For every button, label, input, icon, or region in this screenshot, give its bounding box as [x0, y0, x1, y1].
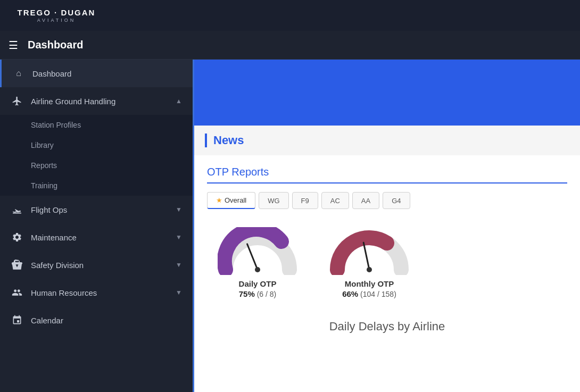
sidebar-item-reports[interactable]: Reports — [0, 155, 193, 176]
otp-title: OTP Reports — [207, 166, 567, 184]
logo-main: TREGO · DUGAN — [18, 8, 96, 17]
sidebar-item-calendar[interactable]: Calendar — [0, 306, 193, 334]
svg-line-0 — [247, 244, 258, 270]
sidebar-item-library[interactable]: Library — [0, 135, 193, 155]
top-bar: TREGO · DUGAN AVIATION — [0, 0, 580, 31]
logo: TREGO · DUGAN AVIATION — [9, 8, 104, 23]
header-bar: ☰ Dashboard — [0, 31, 580, 60]
star-icon: ★ — [216, 196, 222, 204]
calendar-icon — [11, 314, 23, 327]
blue-banner: News — [194, 60, 580, 155]
sidebar-item-training[interactable]: Training — [0, 176, 193, 196]
home-icon: ⌂ — [12, 67, 25, 80]
tab-wg[interactable]: WG — [259, 192, 288, 209]
svg-point-3 — [367, 267, 372, 272]
sidebar-item-dashboard[interactable]: ⌂ Dashboard — [0, 60, 193, 87]
maintenance-icon — [11, 231, 23, 244]
monthly-otp-label: Monthly OTP — [345, 279, 394, 288]
sidebar-item-airline-ground-handling[interactable]: Airline Ground Handling ▲ — [0, 87, 193, 115]
daily-delays-title: Daily Delays by Airline — [207, 314, 567, 339]
flight-ops-icon — [11, 203, 23, 216]
sidebar-label: Human Resources — [31, 288, 176, 297]
otp-tabs: ★Overall WG F9 AC AA G4 — [207, 192, 567, 209]
hr-icon — [11, 286, 23, 299]
daily-otp-label: Daily OTP — [239, 279, 277, 288]
monthly-otp-gauge: Monthly OTP 66% (104 / 158) — [329, 227, 409, 298]
sidebar-label: Dashboard — [32, 69, 182, 78]
sidebar-item-human-resources[interactable]: Human Resources ▼ — [0, 279, 193, 306]
safety-icon — [11, 258, 23, 271]
svg-line-2 — [363, 243, 369, 270]
tab-f9[interactable]: F9 — [292, 192, 318, 209]
news-label: News — [213, 134, 244, 147]
chevron-down-icon: ▼ — [176, 289, 182, 296]
daily-otp-svg — [218, 227, 297, 275]
monthly-otp-svg — [329, 227, 409, 275]
sidebar-item-station-profiles[interactable]: Station Profiles — [0, 115, 193, 135]
main-layout: ⌂ Dashboard Airline Ground Handling ▲ St… — [0, 60, 580, 392]
svg-point-1 — [255, 267, 260, 272]
tab-g4[interactable]: G4 — [383, 192, 410, 209]
page-title: Dashboard — [28, 39, 83, 51]
news-section[interactable]: News — [205, 134, 244, 147]
sidebar: ⌂ Dashboard Airline Ground Handling ▲ St… — [0, 60, 194, 392]
sidebar-item-safety-division[interactable]: Safety Division ▼ — [0, 251, 193, 279]
otp-section: OTP Reports ★Overall WG F9 AC AA G4 — [194, 155, 580, 392]
tab-ac[interactable]: AC — [321, 192, 349, 209]
chevron-up-icon: ▲ — [176, 97, 182, 105]
chevron-down-icon: ▼ — [176, 261, 182, 269]
tab-overall[interactable]: ★Overall — [207, 192, 255, 209]
chevron-down-icon: ▼ — [176, 233, 182, 241]
sidebar-item-maintenance[interactable]: Maintenance ▼ — [0, 223, 193, 251]
sidebar-label: Maintenance — [31, 233, 176, 242]
logo-sub: AVIATION — [37, 18, 76, 23]
gauge-row: Daily OTP 75% (6 / 8) — [207, 222, 567, 304]
sidebar-label: Flight Ops — [31, 205, 176, 214]
content-area: News OTP Reports ★Overall WG F9 AC AA G4 — [194, 60, 580, 392]
sidebar-label: Safety Division — [31, 261, 176, 270]
submenu-airline: Station Profiles Library Reports Trainin… — [0, 115, 193, 196]
sidebar-label: Airline Ground Handling — [31, 97, 176, 106]
tab-aa[interactable]: AA — [352, 192, 379, 209]
hamburger-icon[interactable]: ☰ — [9, 39, 18, 52]
daily-otp-value: 75% (6 / 8) — [239, 289, 277, 298]
sidebar-label: Calendar — [31, 316, 182, 325]
sidebar-item-flight-ops[interactable]: Flight Ops ▼ — [0, 196, 193, 223]
plane-icon — [11, 95, 23, 107]
daily-otp-gauge: Daily OTP 75% (6 / 8) — [218, 227, 297, 298]
monthly-otp-value: 66% (104 / 158) — [342, 289, 396, 298]
chevron-down-icon: ▼ — [176, 206, 182, 213]
